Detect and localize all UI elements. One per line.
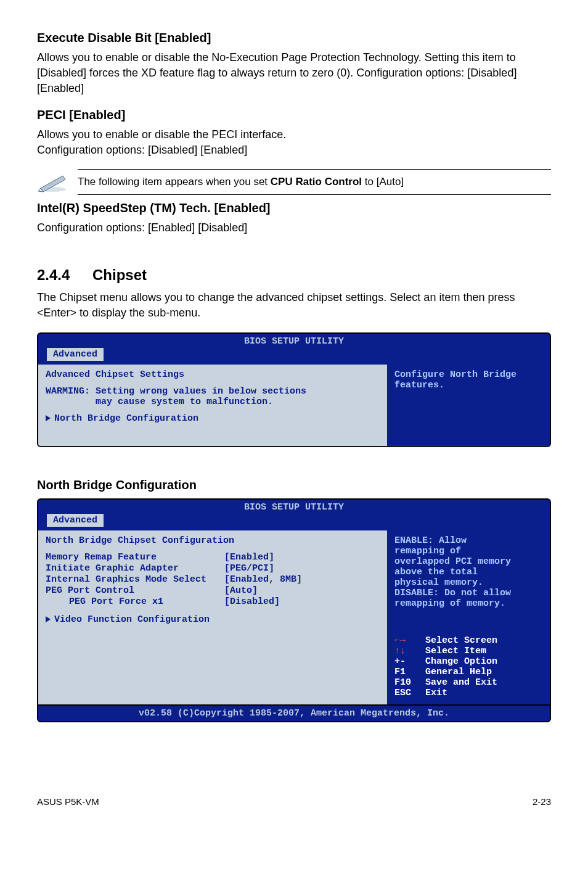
page-footer-right: 2-23	[533, 796, 551, 807]
triangle-icon	[46, 415, 51, 421]
note-bold: CPU Ratio Control	[271, 176, 362, 188]
heading-chipset: 2.4.4Chipset	[37, 266, 551, 284]
page-footer-left: ASUS P5K-VM	[37, 796, 99, 807]
key-f10-text: Save and Exit	[425, 677, 497, 688]
body-peci-1: Allows you to enable or disable the PECI…	[37, 127, 551, 142]
bios2-help-3: above the total	[394, 567, 542, 577]
body-speedstep: Configuration options: [Enabled] [Disabl…	[37, 220, 551, 236]
bios2-label-1: Initiate Graphic Adapter	[46, 563, 224, 574]
bios2-tab-advanced[interactable]: Advanced	[47, 514, 104, 527]
heading-north-bridge: North Bridge Configuration	[37, 478, 551, 492]
heading-execute-disable: Execute Disable Bit [Enabled]	[37, 31, 551, 45]
heading-chipset-title: Chipset	[92, 266, 147, 283]
bios2-help-1: remapping of	[394, 546, 542, 556]
note-text: The following item appears when you set …	[78, 169, 551, 195]
bios2-help-0: ENABLE: Allow	[394, 535, 542, 546]
bios2-val-3: [Auto]	[224, 585, 380, 596]
bios2-help-4: physical memory.	[394, 577, 542, 588]
key-f10: F10	[394, 677, 425, 688]
bios1-link-north-bridge[interactable]: North Bridge Configuration	[46, 413, 380, 424]
bios1-help1: Configure North Bridge	[394, 369, 542, 380]
bios1-left: Advanced Chipset Settings WARMING: Setti…	[38, 365, 387, 446]
bios1-warn1: WARMING: Setting wrong values in below s…	[46, 386, 306, 397]
bios2-label-4: PEG Port Force x1	[46, 596, 224, 607]
bios2-help-7: remapping of memory.	[394, 598, 542, 609]
key-esc-text: Exit	[425, 688, 447, 698]
bios2-link-video-function[interactable]: Video Function Configuration	[46, 614, 380, 625]
bios2-row-memory-remap[interactable]: Memory Remap Feature [Enabled]	[46, 552, 380, 563]
body-execute-disable: Allows you to enable or disable the No-E…	[37, 50, 551, 97]
note-suffix: to [Auto]	[362, 176, 404, 188]
bios2-row-peg-port-force[interactable]: PEG Port Force x1 [Disabled]	[46, 596, 380, 607]
bios1-link-text: North Bridge Configuration	[54, 413, 198, 424]
heading-chipset-num: 2.4.4	[37, 266, 92, 284]
bios2-right: ENABLE: Allow remapping of overlapped PC…	[387, 530, 550, 704]
key-lr-icon: ←→	[394, 635, 425, 646]
bios2-label-3: PEG Port Control	[46, 585, 224, 596]
bios2-label-0: Memory Remap Feature	[46, 552, 224, 563]
bios2-heading: North Bridge Chipset Configuration	[46, 535, 380, 546]
bios2-val-4: [Disabled]	[224, 596, 380, 607]
key-f1-text: General Help	[425, 667, 492, 677]
bios2-help-6: DISABLE: Do not allow	[394, 588, 542, 598]
bios2-link-text: Video Function Configuration	[54, 614, 210, 625]
bios2-help-2: overlapped PCI memory	[394, 556, 542, 567]
bios2-val-1: [PEG/PCI]	[224, 563, 380, 574]
note-row: The following item appears when you set …	[37, 169, 551, 195]
bios2-footer: v02.58 (C)Copyright 1985-2007, American …	[38, 704, 550, 721]
body-chipset: The Chipset menu allows you to change th…	[37, 290, 551, 321]
key-lr-text: Select Screen	[425, 635, 497, 646]
body-peci-2: Configuration options: [Disabled] [Enabl…	[37, 142, 551, 158]
bios1-help2: features.	[394, 380, 542, 390]
bios2-keys: ←→Select Screen ↑↓Select Item +-Change O…	[394, 635, 542, 698]
key-esc: ESC	[394, 688, 425, 698]
bios1-title: BIOS SETUP UTILITY	[38, 334, 550, 348]
bios1-warn2: may cause system to malfunction.	[46, 397, 273, 407]
triangle-icon	[46, 616, 51, 622]
key-plusminus: +-	[394, 656, 425, 667]
key-f1: F1	[394, 667, 425, 677]
heading-peci: PECI [Enabled]	[37, 108, 551, 122]
bios-panel-1: BIOS SETUP UTILITY Advanced Advanced Chi…	[37, 332, 551, 447]
key-ud-text: Select Item	[425, 646, 486, 656]
bios2-row-internal-graphics[interactable]: Internal Graphics Mode Select [Enabled, …	[46, 574, 380, 585]
bios2-val-2: [Enabled, 8MB]	[224, 574, 380, 585]
bios2-title: BIOS SETUP UTILITY	[38, 500, 550, 514]
bios-panel-2: BIOS SETUP UTILITY Advanced North Bridge…	[37, 498, 551, 722]
bios2-val-0: [Enabled]	[224, 552, 380, 563]
bios1-heading: Advanced Chipset Settings	[46, 369, 380, 380]
bios2-row-initiate-graphic[interactable]: Initiate Graphic Adapter [PEG/PCI]	[46, 563, 380, 574]
key-plusminus-text: Change Option	[425, 656, 497, 667]
pencil-icon	[37, 171, 68, 193]
bios2-row-peg-port-control[interactable]: PEG Port Control [Auto]	[46, 585, 380, 596]
bios1-warning: WARMING: Setting wrong values in below s…	[46, 386, 380, 407]
note-prefix: The following item appears when you set	[78, 176, 271, 188]
bios2-tabs: Advanced	[38, 514, 550, 530]
bios2-left: North Bridge Chipset Configuration Memor…	[38, 530, 387, 704]
bios1-tab-advanced[interactable]: Advanced	[47, 348, 104, 361]
heading-speedstep: Intel(R) SpeedStep (TM) Tech. [Enabled]	[37, 201, 551, 215]
bios2-label-2: Internal Graphics Mode Select	[46, 574, 224, 585]
key-ud-icon: ↑↓	[394, 646, 425, 656]
bios1-tabs: Advanced	[38, 348, 550, 365]
page-footer: ASUS P5K-VM 2-23	[37, 796, 551, 807]
bios1-right: Configure North Bridge features.	[387, 365, 550, 446]
